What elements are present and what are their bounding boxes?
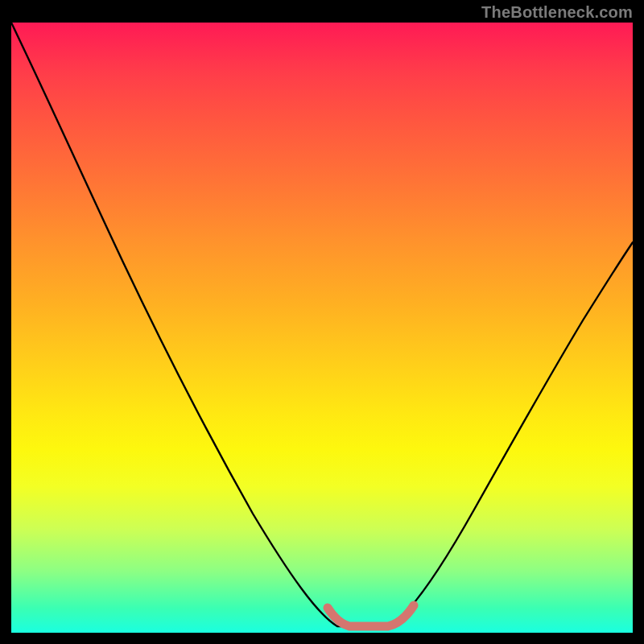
chart-frame: TheBottleneck.com: [0, 0, 644, 644]
watermark-text: TheBottleneck.com: [481, 3, 633, 22]
optimal-valley-marker: [328, 605, 414, 626]
bottleneck-curve: [11, 23, 633, 626]
plot-overlay: [11, 23, 633, 633]
